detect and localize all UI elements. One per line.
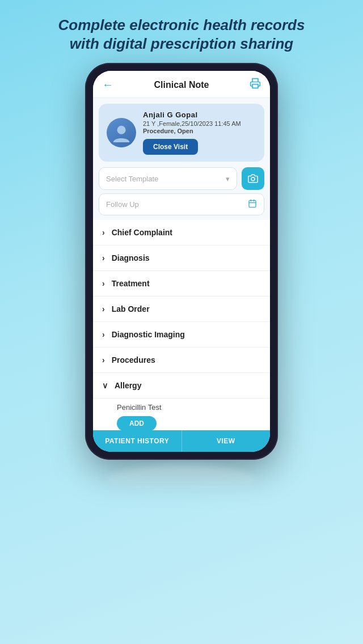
close-visit-button[interactable]: Close Visit (143, 139, 198, 155)
svg-point-2 (251, 177, 255, 181)
section-label: Treatment (112, 279, 150, 288)
screen-header: ← Clinical Note (93, 71, 270, 98)
followup-placeholder: Follow Up (106, 200, 139, 209)
chevron-right-icon: › (102, 355, 105, 365)
section-label: Diagnosis (112, 253, 150, 262)
phone-reflection (108, 465, 255, 494)
section-label: Allergy (115, 381, 141, 390)
svg-point-1 (117, 126, 125, 134)
section-chief-complaint[interactable]: › Chief Complaint (93, 220, 270, 245)
view-button[interactable]: VIEW (182, 430, 271, 452)
back-icon[interactable]: ← (102, 78, 113, 91)
section-diagnosis[interactable]: › Diagnosis (93, 245, 270, 271)
sections-list: › Chief Complaint › Diagnosis › Treatmen… (93, 220, 270, 430)
followup-input[interactable]: Follow Up (99, 193, 264, 215)
section-allergy[interactable]: ∨ Allergy (93, 373, 270, 399)
section-treatment[interactable]: › Treatment (93, 271, 270, 296)
headline: Complete electronic health records with … (36, 0, 328, 63)
template-select[interactable]: Select Template ▾ (99, 167, 237, 190)
patient-history-button[interactable]: PATIENT HISTORY (93, 430, 182, 452)
svg-rect-3 (249, 201, 256, 207)
section-procedures[interactable]: › Procedures (93, 348, 270, 373)
chevron-right-icon: › (102, 279, 105, 288)
add-allergy-button[interactable]: ADD (117, 416, 157, 430)
patient-card: Anjali G Gopal 21 Y ,Female,25/10/2023 1… (99, 104, 264, 162)
chevron-down-icon: ∨ (102, 381, 108, 390)
phone-frame: ← Clinical Note Anjali G Gopal 21 Y (85, 63, 278, 460)
section-label: Lab Order (112, 304, 150, 313)
chevron-right-icon: › (102, 330, 105, 339)
section-label: Procedures (112, 355, 155, 365)
section-diagnostic-imaging[interactable]: › Diagnostic Imaging (93, 322, 270, 348)
svg-rect-0 (252, 84, 258, 88)
page-title: Clinical Note (154, 80, 209, 90)
section-lab-order[interactable]: › Lab Order (93, 296, 270, 322)
chevron-right-icon: › (102, 228, 105, 237)
patient-meta: 21 Y ,Female,25/10/2023 11:45 AM (143, 120, 256, 127)
chevron-right-icon: › (102, 253, 105, 262)
print-icon[interactable] (250, 78, 261, 92)
section-label: Diagnostic Imaging (112, 330, 185, 339)
bottom-bar: PATIENT HISTORY VIEW (93, 430, 270, 452)
phone-screen: ← Clinical Note Anjali G Gopal 21 Y (93, 71, 270, 452)
allergy-content: Penicillin Test ADD (93, 399, 270, 430)
patient-status: Procedure, Open (143, 128, 256, 134)
calendar-icon (248, 199, 257, 210)
camera-button[interactable] (242, 167, 264, 190)
followup-row: Follow Up (93, 190, 270, 215)
chevron-right-icon: › (102, 304, 105, 313)
section-label: Chief Complaint (112, 228, 172, 237)
patient-name: Anjali G Gopal (143, 111, 256, 119)
avatar (107, 118, 136, 147)
allergy-item: Penicillin Test (117, 403, 261, 412)
patient-info: Anjali G Gopal 21 Y ,Female,25/10/2023 1… (143, 111, 256, 155)
template-row: Select Template ▾ (93, 167, 270, 190)
chevron-down-icon: ▾ (226, 175, 230, 183)
template-placeholder: Select Template (106, 175, 158, 183)
